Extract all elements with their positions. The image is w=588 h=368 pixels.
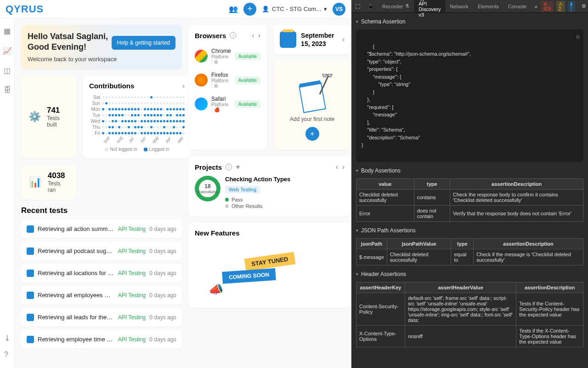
test-tag: API Testing (118, 292, 146, 299)
browser-icon (195, 50, 208, 63)
table-header: value (356, 179, 414, 190)
sidenav: ▦ 📈 ◫ 🗄 ⤓ ? (0, 18, 15, 368)
schema-code: ⎘{ "$schema": "http://json-schema.org/sc… (356, 29, 583, 162)
table-row: X-Content-Type-OptionsnosniffTests if th… (356, 326, 583, 347)
test-icon (27, 336, 34, 343)
contrib-title: Contributions (89, 82, 134, 90)
group-icon[interactable]: 👥 (229, 5, 238, 13)
info-icon[interactable]: i (230, 32, 236, 39)
nav-help-icon[interactable]: ? (4, 351, 10, 359)
tests-built-card: ⚙️ 741 Tests built (21, 75, 76, 158)
nav-analytics-icon[interactable]: 📈 (3, 46, 12, 55)
tab-recorder[interactable]: Recorder ⚗ (378, 0, 414, 12)
table-row: Content-Security-Policydefault-src 'self… (356, 293, 583, 326)
help-button[interactable]: Help & getting started (112, 36, 175, 50)
prev-icon[interactable]: ‹ (336, 163, 338, 171)
warn-badge[interactable]: ⚠ 2 (556, 1, 565, 12)
test-icon (27, 225, 34, 233)
header-assertions-header[interactable]: Header Assertions (356, 269, 583, 279)
test-time: 0 days ago (149, 226, 176, 232)
table-header: type (451, 239, 474, 249)
chevron-right-icon[interactable]: › (342, 35, 345, 44)
browser-icon (195, 74, 208, 86)
tab-network[interactable]: Network (446, 0, 473, 12)
test-name: Retrieving all locations for th... (38, 270, 114, 276)
info-badge[interactable]: ▮ 1 (568, 1, 575, 12)
test-item[interactable]: Retrieving all action summar...API Testi… (21, 220, 182, 238)
tab-console[interactable]: Console (503, 0, 531, 12)
notepad-illustration: 👓 (292, 70, 333, 111)
next-icon[interactable]: › (342, 163, 345, 171)
browser-status: Available (235, 100, 260, 108)
date-card: September 15, 2023 › (273, 25, 351, 54)
table-header: jsonPath (356, 239, 387, 249)
logo: QYRUS (6, 3, 44, 15)
chevron-right-icon[interactable]: › (182, 82, 185, 90)
topbar-right: 👥 + 👤 CTC - STG Com... ▾ VS (229, 3, 345, 16)
browser-platform: Platform : 🍎 (211, 102, 231, 112)
tab-elements[interactable]: Elements (473, 0, 503, 12)
devtools-body: Schema Assertion ⎘{ "$schema": "http://j… (351, 13, 588, 368)
body-assertions-header[interactable]: Body Assertions (356, 166, 583, 176)
browser-item: ChromePlatform : ⊞Available (195, 44, 260, 68)
test-time: 0 days ago (149, 270, 176, 276)
browser-platform: Platform : ⊞ (211, 54, 231, 64)
test-name: Retrieving all action summar... (38, 225, 114, 232)
jsonpath-assertions-header[interactable]: JSON Path Assertions (356, 225, 583, 236)
copy-icon[interactable]: ⎘ (577, 33, 580, 41)
nav-data-icon[interactable]: 🗄 (4, 86, 11, 94)
table-header: assertHeaderValue (405, 282, 516, 293)
nav-download-icon[interactable]: ⤓ (4, 334, 10, 342)
inspect-icon[interactable]: ⛶ (351, 4, 364, 9)
info-icon[interactable]: i (226, 164, 232, 170)
tests-built-lbl: Tests built (47, 115, 70, 128)
test-item[interactable]: Retrieving all leads for the da...API Te… (21, 308, 182, 327)
test-name: Retrieving all employees with... (38, 292, 114, 299)
test-item[interactable]: Retrieving all locations for th...API Te… (21, 264, 182, 282)
tests-ran-icon: 📊 (28, 174, 43, 190)
test-time: 0 days ago (149, 336, 176, 343)
browser-icon (195, 98, 208, 110)
flask-icon: ⚗ (405, 3, 409, 9)
company-selector[interactable]: 👤 CTC - STG Com... ▾ (262, 6, 327, 12)
table-row: $.messageChecklist deleted successfullye… (356, 249, 583, 265)
executions-donut: 18Executions (195, 176, 220, 201)
browser-item: FirefoxPlatform : ⊞Available (195, 68, 260, 92)
table-header: type (414, 179, 450, 190)
add-note-button[interactable]: + (305, 127, 319, 141)
devtools-tabs: ⛶ 📱 Recorder ⚗ Qyrus API Discovery v3 Ne… (351, 0, 588, 13)
test-item[interactable]: Retrieving employee time at ...API Testi… (21, 330, 182, 349)
test-name: Retrieving all leads for the da... (38, 314, 114, 321)
calendar-icon (280, 31, 296, 48)
test-tag: API Testing (118, 336, 146, 343)
content: Hello Vatsal Saglani, Good Evening! Welc… (15, 18, 351, 368)
browser-item: SafariPlatform : 🍎Available (195, 92, 260, 116)
error-badge[interactable]: ⊘ 429 (541, 1, 554, 12)
more-tabs-icon[interactable]: » (531, 4, 541, 9)
schema-assertion-header[interactable]: Schema Assertion (356, 17, 583, 27)
next-icon[interactable]: › (258, 31, 260, 40)
projects-card: Projects i + ‹ › 18Executions (188, 156, 351, 216)
browser-name: Safari (211, 96, 231, 102)
device-icon[interactable]: 📱 (364, 3, 378, 9)
nav-apps-icon[interactable]: ◫ (4, 66, 11, 75)
test-item[interactable]: Retrieving all employees with...API Test… (21, 286, 182, 305)
devtools-panel: ⛶ 📱 Recorder ⚗ Qyrus API Discovery v3 Ne… (351, 0, 588, 368)
prev-icon[interactable]: ‹ (252, 31, 254, 40)
add-project-icon[interactable]: + (236, 163, 240, 171)
test-item[interactable]: Retrieving all podcast sugge...API Testi… (21, 242, 182, 260)
body-assertions-table: valuetypeassertionDescription Checklist … (356, 178, 583, 222)
gear-icon[interactable]: ⚙ (578, 3, 588, 9)
table-row: Checklist deleted successfullycontainsCh… (356, 190, 583, 206)
avatar[interactable]: VS (333, 3, 345, 16)
test-tag: API Testing (118, 270, 146, 276)
heatmap-legend: Not logged in Logged in (89, 147, 185, 152)
browser-name: Firefox (211, 72, 231, 78)
tab-qyrus-api[interactable]: Qyrus API Discovery v3 (414, 0, 445, 12)
welcome-subtitle: Welcome back to your workspace (28, 56, 175, 63)
nav-dashboard-icon[interactable]: ▦ (4, 27, 11, 35)
table-header: assertionDescription (450, 179, 583, 190)
add-button[interactable]: + (243, 3, 256, 16)
test-name: Retrieving employee time at ... (38, 336, 114, 343)
jsonpath-assertions-table: jsonPathjsonPathValuetypeassertionDescri… (356, 238, 583, 265)
